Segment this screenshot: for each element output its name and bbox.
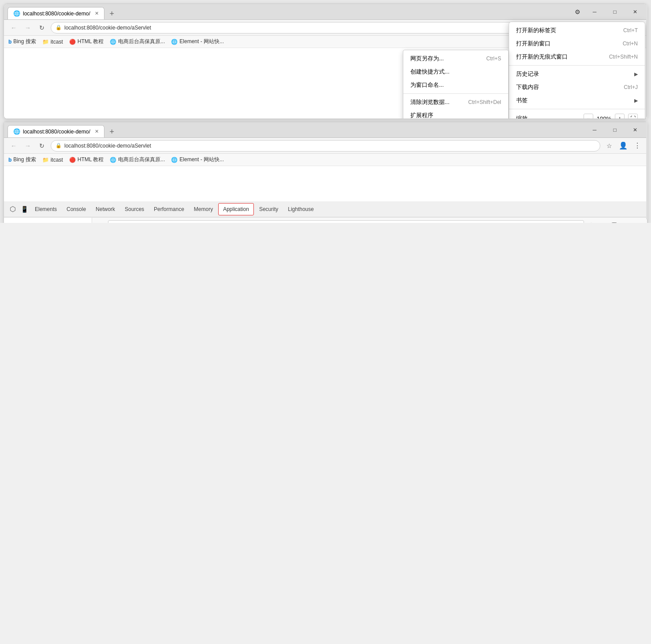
menu-extensions[interactable]: 扩展程序: [403, 109, 508, 119]
minimize-button[interactable]: ─: [584, 4, 605, 20]
close-button[interactable]: ✕: [625, 4, 645, 20]
url-display: localhost:8080/cookie-demo/aServlet: [64, 25, 151, 31]
bookmark-ecommerce-2[interactable]: 🌐 电商后台高保真原...: [110, 156, 165, 163]
tab-security[interactable]: Security: [255, 203, 283, 215]
back-button-2[interactable]: ←: [8, 141, 19, 151]
tab-favicon-1: 🌐: [13, 10, 20, 17]
devtools-mobile-icon[interactable]: 📱: [19, 204, 30, 215]
element-icon: 🌐: [171, 39, 178, 45]
html-icon-2: 🔴: [69, 157, 76, 163]
tab-lighthouse[interactable]: Lighthouse: [283, 203, 318, 215]
menu-bookmarks[interactable]: 书签 ▶: [509, 94, 645, 107]
refresh-button-2[interactable]: ↻: [37, 141, 47, 151]
submenu-sep-1: [403, 93, 508, 94]
url-display-2: localhost:8080/cookie-demo/aServlet: [64, 143, 151, 149]
bing-icon-2: b: [8, 157, 11, 163]
lock-icon-2: 🔒: [56, 143, 62, 148]
filter-bar: ↻ ⚙ ✕ Only show: [92, 218, 647, 223]
lock-icon: 🔒: [56, 25, 62, 30]
tab-console[interactable]: Console: [62, 203, 90, 215]
zoom-in-button[interactable]: +: [615, 114, 625, 119]
devtools-sidebar: Application 📄 Manifest ⚙ Service Workers…: [4, 218, 92, 223]
browser-tab-2[interactable]: 🌐 localhost:8080/cookie-demo/ ✕: [7, 125, 104, 137]
close-button-2[interactable]: ✕: [625, 122, 645, 138]
menu-new-tab[interactable]: 打开新的标签页 Ctrl+T: [509, 24, 645, 37]
bookmark-ecommerce[interactable]: 🌐 电商后台高保真原...: [110, 38, 165, 45]
devtools-main-panel: ↻ ⚙ ✕ Only show: [92, 218, 647, 223]
sep-1: [509, 65, 645, 66]
profile-icon[interactable]: ⚙: [570, 4, 584, 20]
tab-memory[interactable]: Memory: [190, 203, 217, 215]
bookmark-element-2[interactable]: 🌐 Element - 网站快...: [171, 156, 224, 163]
clear-filter-button[interactable]: ✕: [599, 220, 609, 223]
tab-title-2: localhost:8080/cookie-demo/: [23, 129, 90, 135]
devtools-tab-bar: ⬡ 📱 Elements Console Network Sources Per…: [4, 201, 647, 217]
filter-settings-icon[interactable]: ⚙: [587, 220, 596, 223]
folder-icon-2: 📁: [42, 157, 49, 163]
refresh-cookies-button[interactable]: ↻: [96, 220, 105, 223]
new-tab-button[interactable]: +: [106, 8, 118, 19]
folder-icon: 📁: [42, 39, 49, 45]
zoom-row: 缩放 − 100% + ⛶: [509, 111, 645, 119]
bookmark-itcast[interactable]: 📁 itcast: [42, 39, 63, 45]
tab-close-2[interactable]: ✕: [95, 129, 99, 134]
profile-avatar-icon-2[interactable]: 👤: [618, 141, 629, 151]
new-tab-button-2[interactable]: +: [106, 126, 118, 137]
html-icon: 🔴: [69, 39, 76, 45]
only-show-checkbox[interactable]: [611, 222, 617, 223]
tab-sources[interactable]: Sources: [120, 203, 149, 215]
bookmark-star-icon-2[interactable]: ☆: [604, 141, 614, 151]
menu-rename-window[interactable]: 为窗口命名...: [403, 78, 508, 92]
browser-tab-1[interactable]: 🌐 localhost:8080/cookie-demo/ ✕: [7, 7, 104, 19]
menu-save-page[interactable]: 网页另存为... Ctrl+S: [403, 52, 508, 65]
menu-history[interactable]: 历史记录 ▶: [509, 67, 645, 81]
filter-input[interactable]: [108, 220, 584, 223]
zoom-out-button[interactable]: −: [584, 114, 593, 119]
zoom-value: 100%: [597, 115, 611, 119]
menu-incognito[interactable]: 打开新的无痕式窗口 Ctrl+Shift+N: [509, 50, 645, 63]
tab-title-1: localhost:8080/cookie-demo/: [23, 11, 90, 17]
forward-button-2[interactable]: →: [22, 141, 33, 151]
app-section-title: Application: [4, 221, 92, 223]
forward-button[interactable]: →: [22, 22, 33, 33]
sep-2: [509, 109, 645, 109]
tab-favicon-2: 🌐: [13, 128, 20, 135]
ecommerce-icon: 🌐: [110, 39, 116, 45]
more-options-button-2[interactable]: ⋮: [632, 141, 643, 151]
bing-icon: b: [8, 39, 11, 45]
ecommerce-icon-2: 🌐: [110, 157, 116, 163]
only-show-row: Only show: [611, 222, 644, 223]
minimize-button-2[interactable]: ─: [584, 122, 605, 138]
back-button[interactable]: ←: [8, 22, 19, 33]
refresh-button[interactable]: ↻: [37, 22, 47, 33]
zoom-fullscreen-button[interactable]: ⛶: [628, 114, 638, 119]
tab-elements[interactable]: Elements: [30, 203, 61, 215]
devtools-inspect-icon[interactable]: ⬡: [7, 204, 18, 215]
page-content-2: [4, 166, 647, 201]
bookmark-bing[interactable]: b Bing 搜索: [8, 38, 36, 45]
bookmark-html-2[interactable]: 🔴 HTML 教程: [69, 156, 104, 163]
tab-application[interactable]: Application: [218, 203, 254, 215]
menu-create-shortcut[interactable]: 创建快捷方式...: [403, 65, 508, 78]
bookmark-itcast-2[interactable]: 📁 itcast: [42, 157, 63, 163]
tab-performance[interactable]: Performance: [149, 203, 189, 215]
menu-new-window[interactable]: 打开新的窗口 Ctrl+N: [509, 37, 645, 50]
bookmark-bing-2[interactable]: b Bing 搜索: [8, 156, 36, 163]
tab-network[interactable]: Network: [91, 203, 119, 215]
tab-close-1[interactable]: ✕: [95, 11, 99, 16]
element-icon-2: 🌐: [171, 157, 178, 163]
bookmark-html[interactable]: 🔴 HTML 教程: [69, 38, 104, 45]
maximize-button[interactable]: □: [605, 4, 625, 20]
menu-downloads[interactable]: 下载内容 Ctrl+J: [509, 81, 645, 94]
maximize-button-2[interactable]: □: [605, 122, 625, 138]
menu-clear-data[interactable]: 清除浏览数据... Ctrl+Shift+Del: [403, 96, 508, 109]
bookmark-element[interactable]: 🌐 Element - 网站快...: [171, 38, 224, 45]
